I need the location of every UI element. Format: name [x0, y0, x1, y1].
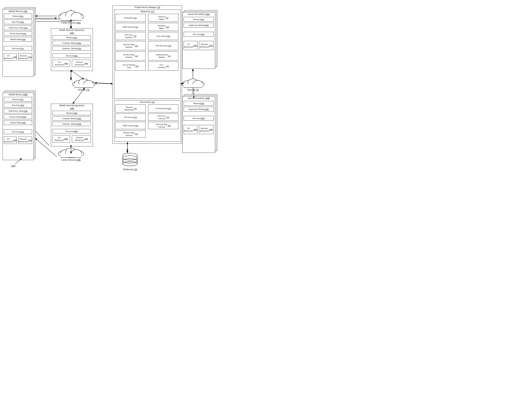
mno-a-commun: Commun. Module 144a [52, 41, 91, 45]
network-right-label: Network 170 [180, 89, 206, 91]
mobile-b-tsm-provis: TSM Provis. Mod. 154b [4, 109, 32, 113]
mno-b-commun: Commun. Module 144b [52, 116, 91, 120]
mno-a-network: NetworkInterface(s)149a [72, 60, 91, 67]
mobile-a-network: NetworkInterface(s)159a [18, 53, 32, 60]
carrier-b-label: Carrier Network 180b [56, 159, 86, 161]
mobile-b-box: Mobile Devices 150b Memory 152b Data Fil… [2, 93, 34, 160]
mno-a-title: Mobile Network Operator(s)140a [51, 28, 93, 35]
mobile-a-title: Mobile Devices 150a [3, 10, 33, 13]
mno-b-title: Mobile Network Operator(s)140b [51, 104, 93, 110]
mobile-b-processor: Processor 151b [4, 129, 32, 134]
mno-a-memory: Memory 142a [52, 35, 91, 40]
tsm-ota-gateway: OTA Svcs.Gateway 135 [148, 113, 178, 121]
tsm-workflow: WorkflowMgmt. 128 [148, 23, 178, 31]
tsm-outer-box: Trusted Service Manager 110 Memory(s) 11… [113, 5, 182, 144]
tsm-mno-gateway: MNO Gateway134 [115, 122, 146, 129]
tsm-ota-provision: OTA Provision.130 [148, 41, 178, 50]
carrier-a-cloud: Carrier Network 180a [56, 8, 86, 24]
tsm-enduser-gateway: End User Reg.Gateway 136 [148, 122, 178, 129]
svg-point-43 [123, 162, 137, 166]
network-middle-label: Network 170 [71, 89, 96, 91]
tsm-3dparty-interface: 3d Party Integ.Interface 125 [115, 51, 146, 60]
sp-a-title: Service Provider(s) 160a [183, 13, 215, 16]
mobile-b-wallet: Mobile Wallet 156b [4, 120, 32, 125]
mobile-b-memory: Memory 152b [4, 97, 32, 102]
label-100: 100 [11, 165, 15, 168]
mobile-a-io: I/OInterface(s)158a [4, 53, 17, 60]
tsm-auth-module: AuthenticationModule 131 [148, 51, 178, 60]
database-label: Database(s) 138 [119, 168, 141, 171]
sp-b-network: NetworkInterface(s)169b [199, 125, 213, 134]
mobile-b-title: Mobile Devices 150b [3, 93, 33, 97]
tsm-processor-box: Processor(s) 116 NetworkInterface(s) 119… [114, 100, 181, 142]
mno-a-processor: Processor 146a [52, 53, 91, 58]
mobile-a-secure-elem: Secure Element 155a [4, 31, 32, 36]
carrier-b-cloud: Carrier Network 180b [56, 146, 86, 161]
mobile-a-wallet: Mobile Wallet 156a [4, 37, 32, 42]
tsm-ota-svc-interface: OTA Svcs.Interface 123 [115, 32, 146, 40]
mno-a-box: Mobile Network Operator(s)140a Memory 14… [51, 28, 93, 71]
svg-rect-37 [183, 84, 202, 88]
mno-b-network: NetworkInterface(s)149b [72, 135, 91, 142]
tsm-lifecycle: LifecycleMgmt. 127 [148, 14, 178, 22]
mobile-b-datafiles: Data Files 153b [4, 103, 32, 108]
tsm-memory-box: Memory(s) 112 SP Interface121 LifecycleM… [114, 10, 181, 99]
sp-a-memory: Memory 162a [184, 17, 214, 22]
sp-b-title: Service Provider(s) 160b [183, 97, 215, 100]
tsm-title: Trusted Service Manager 110 [113, 6, 182, 9]
tsm-end-user-reg: End User Reg.Interface 124 [115, 41, 146, 50]
sp-a-io: I/OInterface(s)168a [184, 41, 198, 50]
mno-a-io: I/OInterface(s)148a [52, 60, 70, 67]
mobile-a-tsm-provis: TSM Provis. Mod. 154a [4, 25, 32, 30]
sp-b-box: Service Provider(s) 160b Memory 162b App… [182, 96, 215, 153]
network-right-cloud: Network 170 [180, 76, 206, 91]
mno-b-io: I/OInterface(s)148b [52, 135, 70, 142]
sp-b-memory: Memory 162b [184, 101, 214, 106]
svg-rect-25 [61, 154, 81, 157]
mobile-a-processor: Processor 151a [4, 46, 32, 51]
mobile-a-box: Mobile Devices 150a Memory 152a Data Fil… [2, 9, 34, 77]
mobile-b-secure-elem: Secure Element 155b [4, 114, 32, 119]
system-diagram: Trusted Service Manager 110 Memory(s) 11… [0, 0, 218, 178]
tsm-network-if: NetworkInterface(s) 119 [115, 104, 146, 112]
mobile-b-io: I/OInterface(s)158b [4, 137, 17, 144]
sp-a-network: NetworkInterface(s)169a [199, 41, 213, 50]
mno-b-memory: Memory 142b [52, 111, 91, 115]
tsm-mno-interface: MNO Interface122 [115, 23, 146, 31]
svg-rect-31 [74, 84, 93, 88]
database: Database(s) 138 [119, 153, 141, 171]
mno-b-processor: Processor 146b [52, 129, 91, 133]
sp-a-processor: Processor 166a [184, 32, 214, 37]
tsm-io-if: I/O Interface(s)118 [148, 104, 178, 112]
mobile-a-memory: Memory 152a [4, 14, 32, 18]
mno-b-box: Mobile Network Operator(s)140b Memory 14… [51, 104, 93, 146]
mno-b-authentic: Authentic. Module 145b [52, 122, 91, 126]
tsm-memory-title: Memory(s) 112 [114, 10, 181, 13]
tsm-sp-gateway: SP Gateway 133 [115, 113, 146, 121]
network-middle-cloud: Network 170 [71, 76, 96, 91]
tsm-processor-title: Processor(s) 116 [114, 100, 181, 104]
tsm-3dparty-gateway: 3d Party Integ.Gateway 137 [115, 130, 146, 137]
sp-b-io: I/OInterface(s)168b [184, 125, 198, 134]
mobile-b-network: NetworkInterface(s)159b [18, 137, 32, 144]
svg-rect-19 [61, 16, 81, 20]
sp-a-box: Service Provider(s) 160a Memory 162a App… [182, 12, 215, 69]
tsm-secure-element-prep: Secure ElementPrep 126 [115, 61, 146, 71]
carrier-a-label: Carrier Network 180a [56, 21, 86, 24]
mobile-a-datafiles: Data Files 153a [4, 19, 32, 24]
svg-line-50 [96, 83, 113, 84]
sp-a-app-module: Application Module 164a [184, 23, 214, 27]
tsm-sp-interface: SP Interface121 [115, 14, 146, 22]
svg-line-51 [73, 89, 84, 104]
sp-b-app-module: Application Module 164b [184, 107, 214, 111]
sp-b-processor: Processor 166b [184, 116, 214, 120]
tsm-cust-service: Cust. Service129 [148, 32, 178, 40]
tsm-svcs-customiz: Svcs.Customiz. 132 [148, 61, 178, 71]
mno-a-authentic: Authentic. Module 145a [52, 46, 91, 51]
